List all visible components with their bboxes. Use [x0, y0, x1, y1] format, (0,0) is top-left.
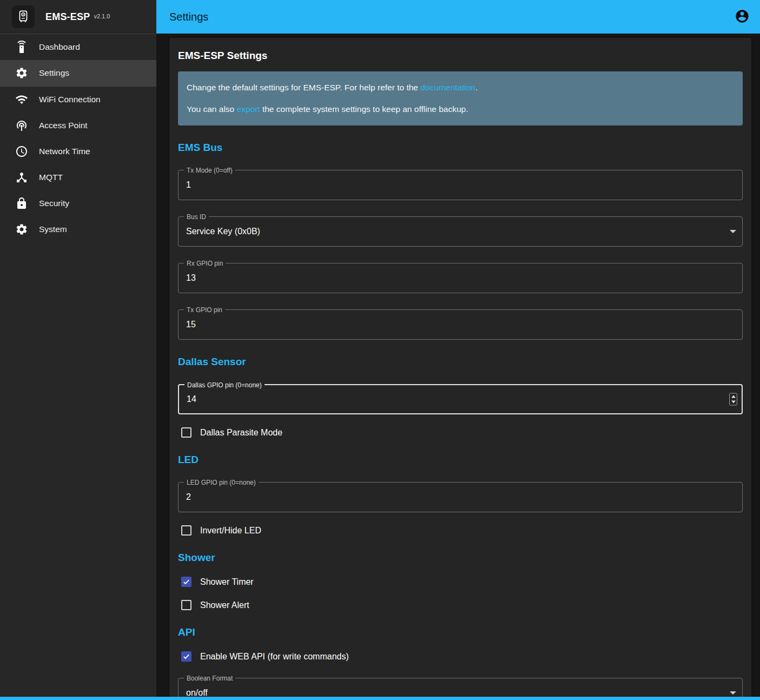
checkbox-label: Shower Timer	[200, 577, 254, 587]
bottom-accent-bar	[0, 697, 760, 700]
settings-card: EMS-ESP Settings Change the default sett…	[169, 38, 751, 700]
checkbox-label: Enable WEB API (for write commands)	[200, 652, 349, 662]
bus-id-label: Bus ID	[184, 213, 209, 221]
sidebar-item-label: Security	[39, 199, 69, 208]
info-text: Change the default settings for EMS-ESP.…	[187, 83, 420, 92]
gear-icon	[15, 67, 28, 80]
sidebar-item-network-time[interactable]: Network Time	[0, 138, 156, 164]
dallas-parasite-checkbox[interactable]: Dallas Parasite Mode	[178, 427, 743, 438]
checkbox-icon	[181, 651, 191, 662]
device-hub-icon	[15, 171, 28, 184]
page-title: Settings	[169, 11, 208, 23]
number-spinner[interactable]	[729, 393, 737, 406]
rx-gpio-field: Rx GPIO pin	[178, 263, 743, 293]
info-text: .	[475, 83, 478, 92]
main-column: Settings EMS-ESP Settings Change the def…	[156, 0, 760, 700]
bus-id-value: Service Key (0x0B)	[179, 217, 742, 246]
shower-alert-checkbox[interactable]: Shower Alert	[178, 600, 743, 610]
sidebar-item-label: Settings	[39, 68, 69, 78]
shower-timer-checkbox[interactable]: Shower Timer	[178, 577, 743, 587]
sidebar-item-system[interactable]: System	[0, 216, 156, 242]
spinner-down-icon[interactable]	[730, 399, 737, 405]
info-box: Change the default settings for EMS-ESP.…	[178, 71, 743, 126]
checkbox-icon	[181, 427, 191, 438]
app-version: v2.1.0	[94, 13, 110, 19]
tx-gpio-input[interactable]	[179, 310, 742, 339]
checkbox-label: Invert/Hide LED	[200, 526, 261, 536]
sidebar-item-label: MQTT	[39, 173, 63, 182]
dallas-gpio-label: Dallas GPIO pin (0=none)	[184, 381, 265, 389]
led-gpio-label: LED GPIO pin (0=none)	[184, 478, 259, 487]
tx-mode-label: Tx Mode (0=off)	[184, 166, 235, 175]
spinner-up-icon[interactable]	[730, 394, 737, 400]
lock-icon	[15, 197, 28, 210]
sidebar-item-settings[interactable]: Settings	[0, 60, 156, 86]
tx-gpio-field: Tx GPIO pin	[178, 309, 743, 340]
export-link[interactable]: export	[237, 104, 260, 114]
enable-web-api-checkbox[interactable]: Enable WEB API (for write commands)	[178, 651, 743, 662]
sidebar-item-label: Network Time	[39, 147, 90, 156]
sidebar-item-label: Dashboard	[39, 42, 80, 52]
led-gpio-input[interactable]	[179, 483, 742, 512]
tx-mode-input[interactable]	[179, 170, 742, 200]
wifi-tethering-icon	[15, 119, 28, 132]
checkbox-label: Shower Alert	[200, 600, 249, 610]
dropdown-arrow-icon	[730, 230, 736, 233]
section-shower: Shower	[178, 552, 743, 564]
rx-gpio-input[interactable]	[179, 263, 742, 293]
content-area: EMS-ESP Settings Change the default sett…	[156, 34, 760, 700]
appbar: Settings	[156, 0, 760, 34]
checkbox-icon	[181, 600, 191, 610]
bus-id-select[interactable]: Bus ID Service Key (0x0B)	[178, 216, 743, 247]
info-line-1: Change the default settings for EMS-ESP.…	[187, 82, 734, 93]
sidebar-item-label: WiFi Connection	[39, 95, 101, 104]
boolean-format-label: Boolean Format	[184, 674, 235, 683]
sidebar-item-security[interactable]: Security	[0, 190, 156, 216]
rx-gpio-label: Rx GPIO pin	[184, 259, 226, 268]
checkbox-icon	[181, 577, 191, 587]
section-dallas-sensor: Dallas Sensor	[178, 356, 743, 368]
sidebar-item-dashboard[interactable]: Dashboard	[0, 34, 156, 60]
sidebar-item-access-point[interactable]: Access Point	[0, 113, 156, 138]
info-text: the complete system settings to keep an …	[260, 104, 468, 114]
clock-icon	[15, 145, 28, 158]
led-gpio-field: LED GPIO pin (0=none)	[178, 482, 743, 512]
info-text: You can also	[187, 104, 237, 114]
app-name: EMS-ESP	[45, 11, 90, 23]
account-circle-icon[interactable]	[734, 9, 750, 25]
checkbox-label: Dallas Parasite Mode	[200, 428, 282, 438]
section-ems-bus: EMS Bus	[178, 142, 743, 154]
tx-mode-field: Tx Mode (0=off)	[178, 170, 743, 200]
sidebar: EMS-ESP v2.1.0 Dashboard Settings	[0, 0, 156, 700]
sidebar-item-mqtt[interactable]: MQTT	[0, 164, 156, 190]
dropdown-arrow-icon	[730, 691, 736, 695]
sidebar-nav: Dashboard Settings WiFi Connection A	[0, 34, 156, 242]
invert-led-checkbox[interactable]: Invert/Hide LED	[178, 525, 743, 536]
remote-device-icon	[15, 41, 28, 54]
info-line-2: You can also export the complete system …	[187, 104, 734, 115]
tx-gpio-label: Tx GPIO pin	[184, 306, 225, 314]
section-api: API	[178, 626, 743, 638]
section-led: LED	[178, 454, 743, 466]
wifi-icon	[15, 93, 28, 106]
sidebar-item-label: System	[39, 224, 67, 234]
gear-icon	[15, 223, 28, 236]
documentation-link[interactable]: documentation	[420, 83, 475, 92]
card-title: EMS-ESP Settings	[178, 50, 743, 62]
sidebar-item-wifi-connection[interactable]: WiFi Connection	[0, 87, 156, 113]
app-root: EMS-ESP v2.1.0 Dashboard Settings	[0, 0, 760, 700]
checkbox-icon	[181, 525, 191, 536]
sidebar-item-label: Access Point	[39, 121, 88, 130]
dallas-gpio-field: Dallas GPIO pin (0=none)	[178, 384, 743, 414]
app-logo-icon	[12, 5, 35, 28]
sidebar-header: EMS-ESP v2.1.0	[0, 0, 156, 34]
